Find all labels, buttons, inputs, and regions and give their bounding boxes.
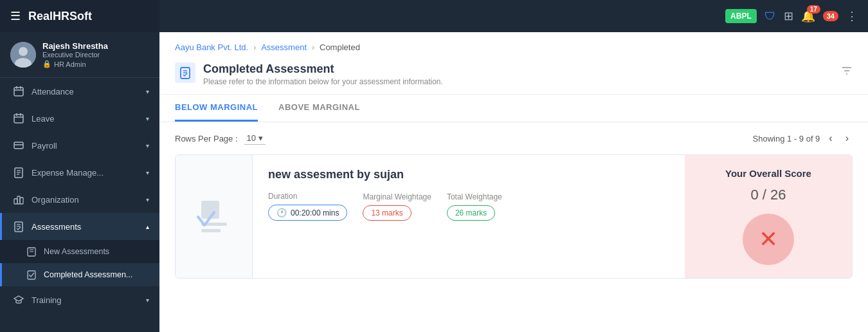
topbar: ABPL 🛡 ⊞ 🔔 17 34 ⋮: [159, 0, 868, 32]
sidebar-header: ☰ RealHRSoft: [0, 0, 159, 32]
rows-per-page-label: Rows Per Page :: [175, 134, 238, 143]
chevron-down-icon: ▾: [146, 142, 149, 149]
assessments-icon: [12, 220, 25, 233]
hamburger-icon[interactable]: ☰: [10, 9, 21, 23]
alert-wrapper[interactable]: 34: [823, 11, 838, 21]
sidebar-item-assessments[interactable]: Assessments ▴: [0, 213, 159, 240]
table-controls: Rows Per Page : 10 ▾ Showing 1 - 9 of 9 …: [159, 122, 868, 154]
sidebar-item-leave-label: Leave: [32, 114, 54, 124]
card-body: new assesment by sujan Duration 🕐 00:20:…: [253, 155, 685, 278]
score-x-icon: ✕: [759, 226, 778, 253]
sidebar-item-payroll[interactable]: Payroll ▾: [0, 132, 159, 159]
shield-icon[interactable]: 🛡: [764, 10, 776, 23]
rows-select-chevron: ▾: [258, 133, 263, 143]
expense-icon: [12, 166, 25, 179]
marginal-label: Marginal Weightage: [363, 192, 431, 201]
chevron-up-icon: ▴: [146, 223, 149, 230]
tabs-bar: BELOW MARGINAL ABOVE MARGINAL: [159, 95, 868, 122]
pagination-info: Showing 1 - 9 of 9: [753, 134, 820, 143]
training-icon: [12, 293, 25, 306]
attendance-icon: [12, 85, 25, 98]
svg-rect-11: [14, 142, 23, 149]
pagination-prev-button[interactable]: ‹: [825, 131, 836, 145]
tab-below-marginal[interactable]: BELOW MARGINAL: [175, 95, 258, 122]
breadcrumb: Aayu Bank Pvt. Ltd. › Assessment › Compl…: [159, 32, 868, 57]
user-role: Executive Director: [42, 51, 149, 59]
card-meta: Duration 🕐 00:20:00 mins Marginal Weight…: [268, 192, 669, 221]
assessment-card: new assesment by sujan Duration 🕐 00:20:…: [175, 154, 853, 279]
abpl-badge[interactable]: ABPL: [725, 9, 757, 23]
user-info: Rajesh Shrestha Executive Director 🔒 HR …: [42, 41, 149, 68]
avatar: [10, 42, 36, 68]
page-title: Completed Assessment: [203, 62, 443, 76]
user-badge-label: HR Admin: [54, 60, 86, 68]
sidebar-item-assessments-label: Assessments: [32, 222, 81, 232]
sidebar-item-new-assessments[interactable]: New Assessments: [0, 240, 159, 263]
svg-rect-35: [201, 229, 221, 232]
breadcrumb-sep-2: ›: [312, 43, 314, 52]
notification-count: 17: [807, 5, 820, 14]
breadcrumb-current: Completed: [320, 42, 360, 52]
sidebar-item-attendance-label: Attendance: [32, 87, 74, 97]
assessment-title: new assesment by sujan: [268, 168, 669, 181]
filter-icon[interactable]: [841, 62, 853, 80]
svg-rect-7: [14, 115, 23, 123]
leave-icon: [12, 112, 25, 125]
clock-icon: 🕐: [276, 208, 287, 217]
marginal-item: Marginal Weightage 13 marks: [363, 192, 431, 221]
user-badge-row: 🔒 HR Admin: [42, 60, 149, 68]
breadcrumb-root[interactable]: Aayu Bank Pvt. Ltd.: [175, 42, 248, 52]
score-x-circle: ✕: [743, 214, 794, 265]
score-value: 0 / 26: [750, 187, 786, 203]
duration-item: Duration 🕐 00:20:00 mins: [268, 192, 347, 221]
sidebar-item-payroll-label: Payroll: [32, 141, 57, 151]
notification-bell-wrapper[interactable]: 🔔 17: [801, 9, 815, 23]
marginal-value: 13 marks: [363, 205, 411, 221]
sidebar-item-training[interactable]: Training ▾: [0, 286, 159, 313]
user-profile: Rajesh Shrestha Executive Director 🔒 HR …: [0, 32, 159, 78]
grid-icon[interactable]: ⊞: [784, 9, 793, 23]
sidebar-item-expense[interactable]: Expense Manage... ▾: [0, 159, 159, 186]
chevron-down-icon: ▾: [146, 196, 149, 203]
sidebar-item-attendance[interactable]: Attendance ▾: [0, 78, 159, 105]
score-title: Your Overall Score: [725, 168, 811, 179]
duration-text: 00:20:00 mins: [291, 208, 339, 217]
breadcrumb-mid[interactable]: Assessment: [261, 42, 307, 52]
new-assessments-label: New Assessments: [44, 247, 109, 256]
page-header-icon: [175, 62, 195, 83]
page-subtitle: Please refer to the information below fo…: [203, 77, 443, 86]
sidebar-item-leave[interactable]: Leave ▾: [0, 105, 159, 132]
card-thumbnail: [176, 155, 253, 278]
chevron-down-icon: ▾: [146, 297, 149, 304]
chevron-down-icon: ▾: [146, 88, 149, 95]
score-panel: Your Overall Score 0 / 26 ✕: [685, 155, 852, 278]
lock-icon: 🔒: [42, 60, 51, 68]
svg-rect-19: [20, 198, 23, 204]
sidebar-item-completed-assessments[interactable]: Completed Assessmen...: [0, 263, 159, 286]
chevron-down-icon: ▾: [146, 115, 149, 122]
sidebar-item-expense-label: Expense Manage...: [32, 168, 104, 178]
rows-select-dropdown[interactable]: 10 ▾: [244, 132, 266, 145]
sidebar-item-organization[interactable]: Organization ▾: [0, 186, 159, 213]
main-content: ABPL 🛡 ⊞ 🔔 17 34 ⋮ Aayu Bank Pvt. Ltd. ›…: [159, 0, 868, 332]
pagination-next-button[interactable]: ›: [842, 131, 853, 145]
rows-per-page: Rows Per Page : 10 ▾: [175, 132, 266, 145]
user-name: Rajesh Shrestha: [42, 41, 149, 51]
svg-rect-17: [14, 199, 17, 204]
pagination: Showing 1 - 9 of 9 ‹ ›: [753, 131, 853, 145]
svg-rect-3: [14, 88, 23, 96]
payroll-icon: [12, 139, 25, 152]
sidebar: ☰ RealHRSoft Rajesh Shrestha Executive D…: [0, 0, 159, 332]
sidebar-item-organization-label: Organization: [32, 195, 79, 205]
more-options-icon[interactable]: ⋮: [846, 9, 858, 23]
organization-icon: [12, 193, 25, 206]
training-label: Training: [32, 295, 61, 305]
chevron-down-icon: ▾: [146, 169, 149, 176]
duration-value: 🕐 00:20:00 mins: [268, 205, 347, 221]
new-assessments-icon: [26, 246, 37, 257]
svg-point-1: [19, 47, 28, 56]
page-header: Completed Assessment Please refer to the…: [159, 57, 868, 95]
breadcrumb-sep-1: ›: [253, 43, 256, 52]
tab-above-marginal[interactable]: ABOVE MARGINAL: [278, 95, 360, 122]
duration-label: Duration: [268, 192, 347, 201]
